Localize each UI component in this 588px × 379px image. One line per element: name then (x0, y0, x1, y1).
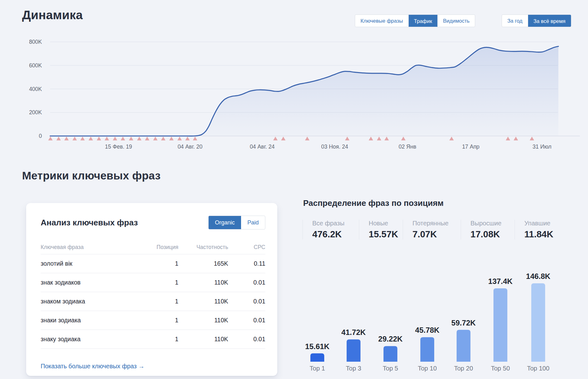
algo-update-marker-icon[interactable] (121, 137, 125, 140)
algo-update-marker-icon[interactable] (530, 137, 534, 140)
algo-update-marker-icon[interactable] (56, 137, 61, 140)
column-header: Частотность (178, 244, 228, 251)
stat-label: Упавшие (524, 220, 574, 227)
algo-update-marker-icon[interactable] (449, 137, 454, 140)
keyword-phrase-cell: золотий вік (41, 260, 148, 267)
algo-update-marker-icon[interactable] (153, 137, 158, 140)
algo-update-marker-icon[interactable] (506, 137, 510, 140)
bar-category-label: Top 100 (527, 365, 549, 372)
algo-update-marker-icon[interactable] (72, 137, 77, 140)
bar-value-label: 146.8K (526, 272, 551, 280)
algo-update-marker-icon[interactable] (48, 137, 53, 140)
bar-category-label: Top 20 (454, 365, 473, 372)
keyword-phrase-cell: знаки зодиака (41, 317, 148, 324)
stat-cell: Выросшие17.08K (461, 220, 515, 240)
y-tick-label: 0 (39, 133, 42, 139)
tab-видимость[interactable]: Видимость (437, 15, 475, 27)
cpc-cell: 0.01 (228, 336, 265, 343)
x-tick-label: 02 Янв (399, 144, 416, 150)
distribution-title: Распределение фраз по позициям (303, 198, 444, 208)
show-more-keywords-link[interactable]: Показать больше ключевых фраз → (41, 363, 145, 370)
x-tick-label: 31 Июл (533, 144, 551, 150)
algo-update-marker-icon[interactable] (137, 137, 141, 140)
stat-cell: Новые15.57K (359, 220, 403, 240)
bar-top-3[interactable] (347, 339, 360, 362)
algo-update-marker-icon[interactable] (514, 137, 518, 140)
bar-value-label: 41.72K (341, 328, 366, 337)
y-tick-label: 600K (29, 62, 42, 69)
position-cell: 1 (148, 279, 178, 286)
x-tick-label: 17 Апр (462, 144, 479, 150)
y-tick-label: 800K (29, 39, 42, 45)
volume-cell: 110K (178, 336, 228, 343)
tab-ключевые-фразы[interactable]: Ключевые фразы (355, 15, 408, 27)
bar-top-5[interactable] (383, 346, 397, 362)
position-cell: 1 (148, 260, 178, 267)
algo-update-marker-icon[interactable] (177, 137, 182, 140)
traffic-line-chart[interactable]: 0200K400K600K800K15 Фев. 1904 Авг. 2004 … (0, 0, 588, 157)
stat-value: 7.07K (412, 229, 461, 240)
algo-update-marker-icon[interactable] (145, 137, 149, 140)
stat-value: 17.08K (470, 229, 515, 240)
stat-cell: Потерянные7.07K (403, 220, 461, 240)
traffic-area (50, 46, 558, 136)
algo-update-marker-icon[interactable] (281, 137, 285, 140)
algo-update-marker-icon[interactable] (64, 137, 69, 140)
position-cell: 1 (148, 317, 178, 324)
algo-update-marker-icon[interactable] (113, 137, 117, 140)
algo-update-marker-icon[interactable] (105, 137, 109, 140)
algo-update-marker-icon[interactable] (193, 137, 197, 140)
card-title: Анализ ключевых фраз (41, 218, 138, 228)
positions-bar-chart[interactable]: 15.61KTop 141.72KTop 329.22KTop 545.78KT… (303, 268, 586, 377)
algo-update-marker-icon[interactable] (345, 137, 349, 140)
bar-category-label: Top 1 (310, 365, 325, 372)
cpc-cell: 0.01 (228, 317, 265, 324)
algo-update-marker-icon[interactable] (377, 137, 381, 140)
position-cell: 1 (148, 298, 178, 305)
algo-update-marker-icon[interactable] (169, 137, 174, 140)
position-cell: 1 (148, 336, 178, 343)
bar-category-label: Top 10 (418, 365, 437, 372)
section-title-keyword-metrics: Метрики ключевых фраз (22, 169, 161, 182)
toggle-organic[interactable]: Organic (209, 216, 241, 229)
bar-top-1[interactable] (310, 354, 324, 362)
bar-value-label: 15.61K (305, 342, 330, 351)
algo-update-marker-icon[interactable] (161, 137, 165, 140)
stat-label: Все фразы (312, 220, 359, 227)
stat-cell: Упавшие11.84K (515, 220, 574, 240)
bar-top-10[interactable] (420, 337, 434, 362)
algo-update-marker-icon[interactable] (80, 137, 85, 140)
algo-update-marker-icon[interactable] (89, 137, 93, 140)
algo-update-marker-icon[interactable] (305, 137, 309, 140)
cpc-cell: 0.01 (228, 298, 265, 305)
period-tab-group: За годЗа всё время (502, 14, 571, 27)
x-tick-label: 04 Авг. 20 (178, 144, 203, 150)
algo-update-marker-icon[interactable] (185, 137, 190, 140)
bar-category-label: Top 5 (383, 365, 398, 372)
tab-за-всё-время[interactable]: За всё время (528, 14, 571, 27)
keyword-phrase-cell: знаком зодиака (41, 298, 148, 305)
keywords-table: Ключевая фразаПозицияЧастотностьCPCзолот… (41, 240, 265, 349)
algo-update-marker-icon[interactable] (97, 137, 101, 140)
algo-update-marker-icon[interactable] (384, 137, 389, 140)
bar-top-20[interactable] (457, 330, 470, 362)
bar-top-100[interactable] (531, 283, 545, 362)
organic-paid-toggle: OrganicPaid (208, 216, 265, 229)
bar-top-50[interactable] (493, 288, 507, 362)
toggle-paid[interactable]: Paid (241, 216, 265, 229)
algo-update-marker-icon[interactable] (273, 137, 278, 140)
distribution-stats: Все фразы476.2KНовые15.57KПотерянные7.07… (303, 220, 574, 240)
volume-cell: 110K (178, 298, 228, 305)
algo-update-marker-icon[interactable] (401, 137, 406, 140)
stat-label: Потерянные (412, 220, 461, 227)
bar-value-label: 59.72K (451, 319, 476, 327)
stat-value: 15.57K (369, 229, 403, 240)
tab-за-год[interactable]: За год (502, 15, 528, 27)
x-tick-label: 15 Фев. 19 (105, 144, 132, 150)
tab-трафик[interactable]: Трафик (408, 14, 438, 27)
algo-update-marker-icon[interactable] (129, 137, 133, 140)
bar-category-label: Top 3 (346, 365, 361, 372)
y-tick-label: 400K (29, 86, 42, 92)
bar-category-label: Top 50 (491, 365, 510, 372)
algo-update-marker-icon[interactable] (369, 137, 373, 140)
